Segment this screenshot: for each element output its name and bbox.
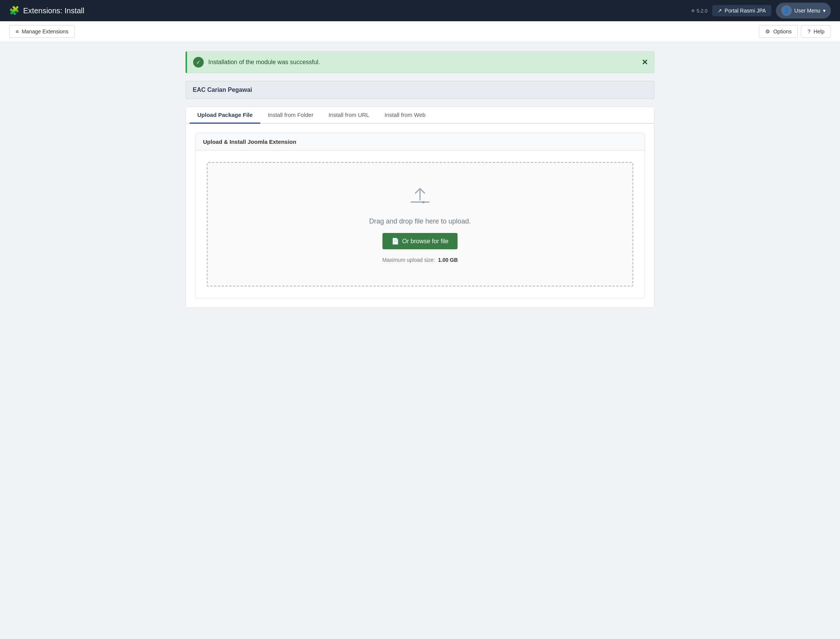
- user-menu-button[interactable]: 👤 User Menu ▾: [776, 3, 831, 19]
- list-icon: ≡: [16, 29, 19, 35]
- help-button[interactable]: ? Help: [801, 25, 831, 38]
- main-header: 🧩 Extensions: Install ✳ 5.2.0 ↗ Portal R…: [0, 0, 840, 21]
- options-label: Options: [773, 29, 791, 35]
- max-size-label: Maximum upload size:: [382, 257, 435, 263]
- alert-close-button[interactable]: ✕: [642, 59, 648, 66]
- help-label: Help: [813, 29, 824, 35]
- success-icon: ✓: [193, 57, 204, 68]
- gear-icon: ⚙: [765, 29, 770, 35]
- max-size-info: Maximum upload size: 1.00 GB: [382, 257, 457, 263]
- drag-drop-text: Drag and drop file here to upload.: [369, 218, 471, 226]
- chevron-down-icon: ▾: [823, 8, 826, 14]
- version-icon: ✳: [691, 8, 695, 14]
- manage-extensions-button[interactable]: ≡ Manage Extensions: [9, 25, 75, 38]
- module-name: EAC Carian Pegawai: [193, 86, 252, 93]
- version-number: 5.2.0: [697, 8, 708, 14]
- svg-rect-1: [411, 202, 429, 203]
- tabs-nav: Upload Package File Install from Folder …: [186, 107, 654, 124]
- alert-message: Installation of the module was successfu…: [208, 59, 320, 66]
- success-alert: ✓ Installation of the module was success…: [186, 51, 654, 73]
- svg-point-2: [422, 201, 424, 203]
- external-link-icon: ↗: [718, 8, 722, 14]
- upload-card-header: Upload & Install Joomla Extension: [195, 133, 645, 151]
- question-icon: ?: [807, 29, 810, 35]
- puzzle-icon: 🧩: [9, 6, 19, 16]
- manage-extensions-label: Manage Extensions: [22, 29, 68, 35]
- tab-install-folder[interactable]: Install from Folder: [260, 107, 321, 124]
- toolbar-left: ≡ Manage Extensions: [9, 25, 75, 38]
- page-title: Extensions: Install: [23, 6, 84, 15]
- upload-icon: [409, 186, 431, 208]
- user-avatar: 👤: [781, 5, 792, 16]
- options-button[interactable]: ⚙ Options: [759, 25, 798, 38]
- module-name-bar: EAC Carian Pegawai: [186, 81, 654, 99]
- alert-inner: ✓ Installation of the module was success…: [193, 57, 320, 68]
- browse-file-button[interactable]: 📄 Or browse for file: [383, 233, 457, 249]
- header-left: 🧩 Extensions: Install: [9, 6, 84, 16]
- upload-card-title: Upload & Install Joomla Extension: [203, 138, 296, 145]
- tabs-container: Upload Package File Install from Folder …: [186, 106, 654, 308]
- browse-label: Or browse for file: [402, 238, 448, 245]
- upload-card: Upload & Install Joomla Extension: [195, 133, 645, 298]
- tab-upload-package[interactable]: Upload Package File: [190, 107, 260, 124]
- toolbar: ≡ Manage Extensions ⚙ Options ? Help: [0, 21, 840, 42]
- user-menu-label: User Menu: [794, 8, 820, 14]
- header-right: ✳ 5.2.0 ↗ Portal Rasmi JPA 👤 User Menu ▾: [691, 3, 831, 19]
- file-icon: 📄: [392, 238, 399, 245]
- tab-panel-upload: Upload & Install Joomla Extension: [186, 124, 654, 307]
- tab-install-web[interactable]: Install from Web: [377, 107, 433, 124]
- version-badge: ✳ 5.2.0: [691, 8, 708, 14]
- tab-install-url[interactable]: Install from URL: [321, 107, 377, 124]
- max-size-value: 1.00 GB: [438, 257, 457, 263]
- portal-label: Portal Rasmi JPA: [725, 8, 766, 14]
- upload-card-body: Drag and drop file here to upload. 📄 Or …: [195, 151, 645, 298]
- toolbar-right: ⚙ Options ? Help: [759, 25, 831, 38]
- portal-button[interactable]: ↗ Portal Rasmi JPA: [712, 5, 771, 16]
- drop-zone[interactable]: Drag and drop file here to upload. 📄 Or …: [207, 162, 633, 286]
- main-content: ✓ Installation of the module was success…: [173, 42, 667, 317]
- upload-icon-wrapper: [409, 186, 431, 210]
